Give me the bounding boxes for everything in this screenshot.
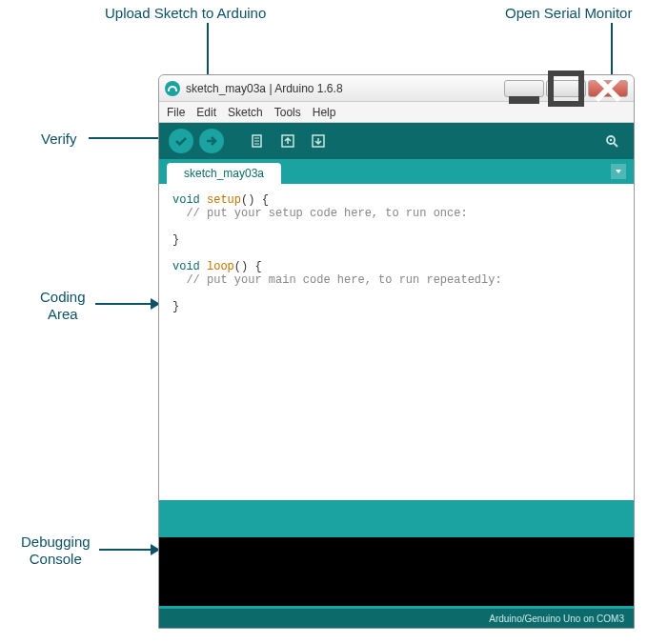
label-coding-area: Coding Area: [40, 289, 86, 323]
close-button[interactable]: [588, 80, 628, 97]
board-info: Arduino/Genuino Uno on COM3: [489, 614, 624, 624]
code-comment: // put your setup code here, to run once…: [172, 207, 468, 220]
maximize-button[interactable]: [546, 80, 586, 97]
minimize-button[interactable]: [504, 80, 544, 97]
titlebar: sketch_may03a | Arduino 1.6.8: [159, 75, 634, 102]
menu-help[interactable]: Help: [313, 106, 336, 119]
arrow-right-icon: [204, 133, 219, 149]
window-controls: [504, 80, 628, 97]
menu-edit[interactable]: Edit: [196, 106, 216, 119]
debug-console[interactable]: [159, 534, 634, 609]
label-serial: Open Serial Monitor: [505, 5, 632, 22]
magnifier-icon: [604, 133, 619, 149]
label-text: Coding: [40, 289, 86, 305]
label-verify: Verify: [41, 131, 77, 148]
tab-sketch[interactable]: sketch_may03a: [167, 163, 281, 184]
code-text: }: [172, 233, 179, 247]
tabbar: sketch_may03a: [159, 159, 634, 184]
svg-rect-0: [509, 96, 539, 104]
arduino-icon: [165, 81, 180, 96]
upload-button[interactable]: [199, 129, 224, 153]
code-keyword: void: [172, 193, 200, 207]
new-file-icon: [250, 133, 265, 149]
svg-line-9: [614, 143, 617, 147]
label-text: Debugging: [21, 533, 91, 550]
code-comment: // put your main code here, to run repea…: [172, 273, 502, 287]
window-title: sketch_may03a | Arduino 1.6.8: [186, 82, 504, 95]
menu-sketch[interactable]: Sketch: [228, 106, 263, 119]
svg-rect-1: [551, 73, 581, 104]
arrow-down-icon: [311, 133, 326, 149]
arduino-window: sketch_may03a | Arduino 1.6.8 File Edit …: [158, 74, 635, 629]
code-function: setup: [207, 193, 241, 207]
label-upload: Upload Sketch to Arduino: [105, 5, 266, 22]
menu-tools[interactable]: Tools: [274, 106, 301, 119]
serial-monitor-button[interactable]: [599, 129, 624, 153]
menu-file[interactable]: File: [167, 106, 185, 119]
footer: Arduino/Genuino Uno on COM3: [159, 609, 634, 628]
code-function: loop: [207, 260, 234, 273]
toolbar: [159, 123, 634, 159]
verify-button[interactable]: [169, 129, 193, 153]
open-sketch-button[interactable]: [275, 129, 300, 153]
code-text: () {: [234, 260, 262, 273]
code-editor[interactable]: void setup() { // put your setup code he…: [159, 184, 634, 500]
new-sketch-button[interactable]: [245, 129, 270, 153]
status-strip: [159, 500, 634, 534]
label-text: Console: [30, 551, 82, 567]
tab-dropdown-button[interactable]: [611, 164, 626, 179]
label-debugging-console: Debugging Console: [21, 533, 91, 568]
code-keyword: void: [172, 260, 200, 273]
code-text: }: [172, 300, 179, 313]
chevron-down-icon: [614, 167, 623, 176]
check-icon: [173, 133, 189, 149]
save-sketch-button[interactable]: [306, 129, 331, 153]
code-text: () {: [241, 193, 269, 207]
label-text: Area: [48, 306, 78, 322]
svg-point-10: [610, 139, 612, 141]
arrow-up-icon: [280, 133, 295, 149]
